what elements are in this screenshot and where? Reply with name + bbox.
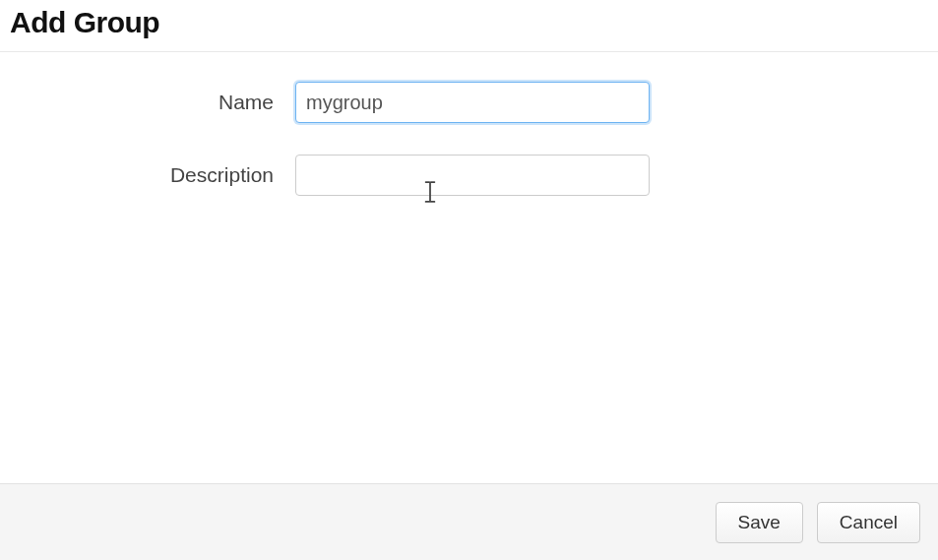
name-label: Name	[10, 91, 295, 114]
dialog-footer: Save Cancel	[0, 483, 938, 560]
form-row-description: Description	[10, 155, 928, 196]
dialog-header: Add Group	[0, 0, 938, 52]
form-row-name: Name	[10, 82, 928, 123]
name-input[interactable]	[295, 82, 650, 123]
description-input[interactable]	[295, 155, 650, 196]
save-button[interactable]: Save	[716, 502, 803, 543]
cancel-button[interactable]: Cancel	[817, 502, 920, 543]
page-title: Add Group	[10, 6, 928, 39]
description-label: Description	[10, 163, 295, 187]
form-area: Name Description	[0, 52, 938, 237]
